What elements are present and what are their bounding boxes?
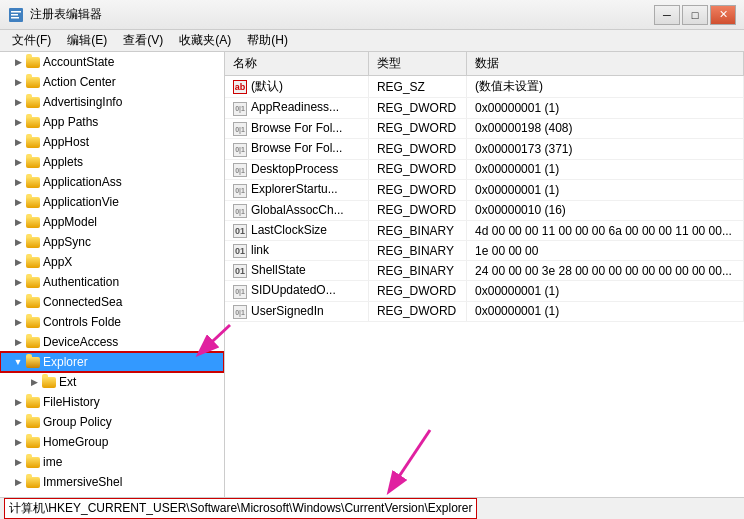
folder-icon <box>26 197 40 208</box>
tree-item-filehistory[interactable]: ▶ FileHistory <box>0 392 224 412</box>
svg-rect-3 <box>11 17 19 19</box>
menu-help[interactable]: 帮助(H) <box>239 30 296 51</box>
tree-item-authentication[interactable]: ▶ Authentication <box>0 272 224 292</box>
cell-data: 0x00000198 (408) <box>467 118 744 139</box>
tree-item-connectedsea[interactable]: ▶ ConnectedSea <box>0 292 224 312</box>
table-row[interactable]: 0|1SIDUpdatedO...REG_DWORD0x00000001 (1) <box>225 281 744 302</box>
expand-arrow: ▶ <box>12 256 24 268</box>
folder-icon <box>26 157 40 168</box>
expand-arrow: ▶ <box>12 76 24 88</box>
cell-type: REG_SZ <box>368 76 466 98</box>
dword-icon: 0|1 <box>233 122 247 136</box>
table-row[interactable]: 0|1ExplorerStartu...REG_DWORD0x00000001 … <box>225 180 744 201</box>
tree-item-advertisinginfo[interactable]: ▶ AdvertisingInfo <box>0 92 224 112</box>
tree-item-ime[interactable]: ▶ ime <box>0 452 224 472</box>
menu-view[interactable]: 查看(V) <box>115 30 171 51</box>
cell-data: 24 00 00 00 3e 28 00 00 00 00 00 00 00 0… <box>467 261 744 281</box>
tree-item-appmodel[interactable]: ▶ AppModel <box>0 212 224 232</box>
table-row[interactable]: 01ShellStateREG_BINARY24 00 00 00 3e 28 … <box>225 261 744 281</box>
col-type[interactable]: 类型 <box>368 52 466 76</box>
expand-arrow: ▶ <box>12 476 24 488</box>
tree-item-explorer[interactable]: ▼ Explorer <box>0 352 224 372</box>
folder-icon <box>26 117 40 128</box>
cell-type: REG_DWORD <box>368 301 466 322</box>
cell-type: REG_BINARY <box>368 261 466 281</box>
close-button[interactable]: ✕ <box>710 5 736 25</box>
expand-arrow: ▶ <box>12 216 24 228</box>
minimize-button[interactable]: ─ <box>654 5 680 25</box>
title-bar-title: 注册表编辑器 <box>30 6 102 23</box>
cell-type: REG_DWORD <box>368 180 466 201</box>
expand-arrow: ▶ <box>12 296 24 308</box>
expand-arrow: ▶ <box>12 276 24 288</box>
registry-name: (默认) <box>251 79 283 93</box>
registry-name: SIDUpdatedO... <box>251 283 336 297</box>
cell-data: 0x00000010 (16) <box>467 200 744 221</box>
tree-item-appsync[interactable]: ▶ AppSync <box>0 232 224 252</box>
title-bar: 注册表编辑器 ─ □ ✕ <box>0 0 744 30</box>
expand-arrow: ▶ <box>12 176 24 188</box>
tree-label: ApplicationVie <box>43 195 119 209</box>
tree-item-applicationvie[interactable]: ▶ ApplicationVie <box>0 192 224 212</box>
folder-icon <box>42 377 56 388</box>
table-row[interactable]: 0|1DesktopProcessREG_DWORD0x00000001 (1) <box>225 159 744 180</box>
registry-name: ExplorerStartu... <box>251 182 338 196</box>
tree-label: AccountState <box>43 55 114 69</box>
expand-arrow: ▶ <box>12 456 24 468</box>
tree-item-actioncenter[interactable]: ▶ Action Center <box>0 72 224 92</box>
tree-item-ext[interactable]: ▶ Ext <box>0 372 224 392</box>
tree-item-accountstate[interactable]: ▶ AccountState <box>0 52 224 72</box>
tree-label: DeviceAccess <box>43 335 118 349</box>
folder-icon <box>26 297 40 308</box>
tree-item-apppaths[interactable]: ▶ App Paths <box>0 112 224 132</box>
table-row[interactable]: 0|1Browse For Fol...REG_DWORD0x00000173 … <box>225 139 744 160</box>
tree-item-grouppolicy[interactable]: ▶ Group Policy <box>0 412 224 432</box>
tree-item-appx[interactable]: ▶ AppX <box>0 252 224 272</box>
folder-icon <box>26 177 40 188</box>
tree-pane[interactable]: ▶ AccountState ▶ Action Center ▶ Adverti… <box>0 52 225 497</box>
table-row[interactable]: 01LastClockSizeREG_BINARY4d 00 00 00 11 … <box>225 221 744 241</box>
content-scroll[interactable]: 名称 类型 数据 ab(默认)REG_SZ(数值未设置)0|1AppReadin… <box>225 52 744 497</box>
tree-label: Group Policy <box>43 415 112 429</box>
maximize-button[interactable]: □ <box>682 5 708 25</box>
col-name[interactable]: 名称 <box>225 52 368 76</box>
menu-edit[interactable]: 编辑(E) <box>59 30 115 51</box>
expand-arrow: ▶ <box>12 236 24 248</box>
table-row[interactable]: 0|1Browse For Fol...REG_DWORD0x00000198 … <box>225 118 744 139</box>
tree-label: AppHost <box>43 135 89 149</box>
registry-table: 名称 类型 数据 ab(默认)REG_SZ(数值未设置)0|1AppReadin… <box>225 52 744 322</box>
dword-icon: 0|1 <box>233 143 247 157</box>
tree-label: Explorer <box>43 355 88 369</box>
cell-data: 0x00000173 (371) <box>467 139 744 160</box>
default-value-icon: ab <box>233 80 247 94</box>
cell-name: 0|1UserSignedIn <box>225 301 368 322</box>
menu-favorites[interactable]: 收藏夹(A) <box>171 30 239 51</box>
tree-item-controlsfold[interactable]: ▶ Controls Folde <box>0 312 224 332</box>
tree-item-applicationass[interactable]: ▶ ApplicationAss <box>0 172 224 192</box>
folder-icon <box>26 397 40 408</box>
tree-item-immersiveshel[interactable]: ▶ ImmersiveShel <box>0 472 224 492</box>
menu-file[interactable]: 文件(F) <box>4 30 59 51</box>
registry-name: Browse For Fol... <box>251 121 342 135</box>
table-row[interactable]: 0|1UserSignedInREG_DWORD0x00000001 (1) <box>225 301 744 322</box>
tree-item-apphost[interactable]: ▶ AppHost <box>0 132 224 152</box>
expand-arrow: ▼ <box>12 356 24 368</box>
expand-arrow: ▶ <box>12 136 24 148</box>
tree-label: AppModel <box>43 215 97 229</box>
col-data[interactable]: 数据 <box>467 52 744 76</box>
tree-item-deviceaccess[interactable]: ▶ DeviceAccess <box>0 332 224 352</box>
cell-data: 0x00000001 (1) <box>467 180 744 201</box>
dword-icon: 0|1 <box>233 184 247 198</box>
table-row[interactable]: ab(默认)REG_SZ(数值未设置) <box>225 76 744 98</box>
folder-icon <box>26 277 40 288</box>
cell-name: 0|1GlobalAssocCh... <box>225 200 368 221</box>
table-row[interactable]: 0|1AppReadiness...REG_DWORD0x00000001 (1… <box>225 98 744 119</box>
table-row[interactable]: 01linkREG_BINARY1e 00 00 00 <box>225 241 744 261</box>
tree-label: Controls Folde <box>43 315 121 329</box>
status-bar: 计算机\HKEY_CURRENT_USER\Software\Microsoft… <box>0 497 744 519</box>
tree-item-homegroup[interactable]: ▶ HomeGroup <box>0 432 224 452</box>
tree-label: Authentication <box>43 275 119 289</box>
table-row[interactable]: 0|1GlobalAssocCh...REG_DWORD0x00000010 (… <box>225 200 744 221</box>
registry-name: ShellState <box>251 263 306 277</box>
tree-item-applets[interactable]: ▶ Applets <box>0 152 224 172</box>
